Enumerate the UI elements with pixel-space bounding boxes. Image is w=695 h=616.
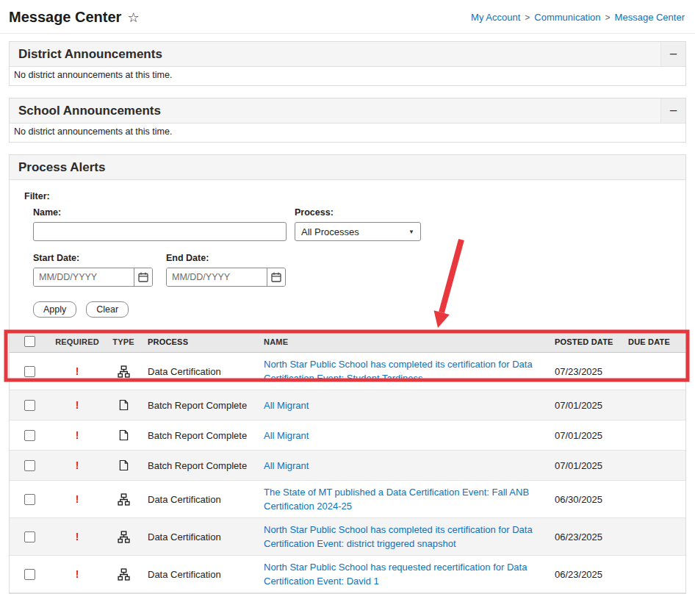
- table-row: ! Data Certification North Star Public S…: [10, 353, 685, 390]
- select-all-checkbox[interactable]: [24, 336, 35, 347]
- required-flag: !: [49, 429, 105, 441]
- process-cell: Data Certification: [142, 494, 253, 505]
- alerts-table: REQUIRED TYPE PROCESS NAME POSTED DATE D…: [10, 330, 685, 593]
- required-flag: !: [49, 459, 105, 471]
- page-header: Message Center ☆ My Account > Communicat…: [0, 0, 695, 34]
- district-announcements-panel: District Announcements − No district ann…: [9, 41, 686, 86]
- row-checkbox[interactable]: [24, 494, 35, 505]
- message-link[interactable]: All Migrant: [264, 429, 309, 443]
- document-icon: [119, 429, 129, 441]
- clear-button[interactable]: Clear: [86, 301, 129, 318]
- message-link[interactable]: North Star Public School has completed i…: [264, 523, 536, 551]
- posted-date-cell: 07/01/2025: [546, 460, 622, 471]
- header-type: TYPE: [105, 337, 142, 346]
- process-cell: Batch Report Complete: [142, 400, 253, 411]
- table-row: ! Batch Report Complete All Migrant 07/0…: [10, 451, 685, 481]
- filter-form: Filter: Name: Process: All Processes ▼: [10, 180, 685, 330]
- posted-date-cell: 07/01/2025: [546, 430, 622, 441]
- chevron-down-icon: ▼: [408, 229, 414, 235]
- table-row: ! Batch Report Complete All Migrant 07/0…: [10, 420, 685, 451]
- document-icon: [119, 399, 129, 411]
- message-link[interactable]: The State of MT published a Data Certifi…: [264, 485, 536, 513]
- header-required: REQUIRED: [49, 337, 105, 346]
- row-checkbox[interactable]: [24, 366, 35, 377]
- data-certification-icon: [118, 568, 130, 581]
- required-flag: !: [49, 531, 105, 542]
- start-date-label: Start Date:: [33, 253, 153, 263]
- page-title: Message Center: [9, 9, 121, 26]
- school-announcements-panel: School Announcements − No district annou…: [9, 98, 686, 143]
- school-announcements-title: School Announcements: [18, 104, 161, 118]
- calendar-icon[interactable]: [267, 268, 285, 286]
- header-process: PROCESS: [142, 337, 253, 346]
- table-row: ! Batch Report Complete All Migrant 07/0…: [10, 390, 685, 420]
- breadcrumb: My Account > Communication > Message Cen…: [471, 12, 685, 23]
- collapse-button[interactable]: −: [660, 99, 685, 123]
- row-checkbox[interactable]: [24, 400, 35, 411]
- table-row: ! Data Certification North Star Public S…: [10, 556, 685, 593]
- message-link[interactable]: North Star Public School has requested r…: [264, 560, 536, 588]
- process-cell: Data Certification: [142, 569, 253, 580]
- breadcrumb-separator: >: [605, 12, 611, 23]
- required-flag: !: [49, 493, 105, 505]
- process-select[interactable]: All Processes ▼: [295, 222, 421, 241]
- data-certification-icon: [118, 531, 130, 543]
- alerts-table-header: REQUIRED TYPE PROCESS NAME POSTED DATE D…: [10, 331, 685, 353]
- posted-date-cell: 06/23/2025: [546, 531, 622, 542]
- name-input[interactable]: [33, 222, 287, 241]
- document-icon: [119, 459, 129, 471]
- header-name: NAME: [253, 337, 546, 346]
- header-posted-date: POSTED DATE: [546, 337, 622, 346]
- school-announcements-empty-text: No district announcements at this time.: [10, 123, 685, 142]
- data-certification-icon: [118, 493, 130, 506]
- posted-date-cell: 06/30/2025: [546, 494, 622, 505]
- row-checkbox[interactable]: [24, 569, 35, 580]
- name-label: Name:: [33, 207, 287, 218]
- district-announcements-empty-text: No district announcements at this time.: [10, 67, 685, 85]
- calendar-icon[interactable]: [134, 268, 152, 286]
- process-cell: Data Certification: [142, 366, 253, 377]
- posted-date-cell: 06/23/2025: [546, 569, 622, 580]
- message-link[interactable]: All Migrant: [264, 459, 309, 473]
- end-date-label: End Date:: [166, 253, 286, 263]
- table-row: ! Data Certification North Star Public S…: [10, 518, 685, 556]
- apply-button[interactable]: Apply: [33, 301, 76, 318]
- process-alerts-title: Process Alerts: [18, 160, 105, 175]
- favorite-star-icon[interactable]: ☆: [127, 11, 139, 24]
- process-cell: Batch Report Complete: [142, 460, 253, 471]
- filter-label: Filter:: [24, 191, 671, 201]
- required-flag: !: [49, 365, 105, 377]
- start-date-input[interactable]: [34, 268, 134, 286]
- row-checkbox[interactable]: [24, 531, 35, 542]
- breadcrumb-my-account[interactable]: My Account: [471, 12, 520, 23]
- district-announcements-title: District Announcements: [18, 47, 162, 62]
- process-select-value: All Processes: [301, 226, 359, 237]
- breadcrumb-communication[interactable]: Communication: [534, 12, 600, 23]
- end-date-input[interactable]: [167, 268, 267, 286]
- table-row: ! Data Certification The State of MT pub…: [10, 481, 685, 518]
- alerts-table-body: ! Data Certification North Star Public S…: [10, 353, 685, 593]
- breadcrumb-message-center[interactable]: Message Center: [615, 12, 685, 23]
- row-checkbox[interactable]: [24, 460, 35, 471]
- message-link[interactable]: All Migrant: [264, 398, 309, 412]
- message-link[interactable]: North Star Public School has completed i…: [264, 357, 536, 385]
- process-alerts-panel: Process Alerts Filter: Name: Process: Al…: [9, 154, 686, 594]
- collapse-button[interactable]: −: [660, 42, 685, 66]
- header-due-date: DUE DATE: [622, 337, 685, 346]
- breadcrumb-separator: >: [525, 12, 530, 23]
- required-flag: !: [49, 568, 105, 580]
- posted-date-cell: 07/23/2025: [546, 366, 622, 377]
- process-cell: Batch Report Complete: [142, 430, 253, 441]
- process-cell: Data Certification: [142, 531, 253, 542]
- process-label: Process:: [295, 207, 421, 218]
- required-flag: !: [49, 399, 105, 411]
- posted-date-cell: 07/01/2025: [546, 400, 622, 411]
- row-checkbox[interactable]: [24, 430, 35, 441]
- data-certification-icon: [118, 365, 130, 378]
